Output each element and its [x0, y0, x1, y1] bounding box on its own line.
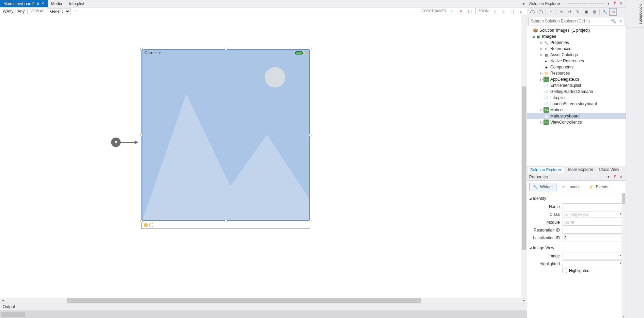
tree-item[interactable]: 📄Entitlements.plist [527, 82, 626, 89]
doc-tab-info-plist[interactable]: Info.plist [65, 0, 88, 7]
search-dropdown-icon[interactable]: ▾ [618, 19, 624, 23]
tree-item[interactable]: ▷▪▪References [527, 46, 626, 52]
tab-label: Main.storyboard* [3, 1, 34, 6]
size-class-label[interactable]: WAny HAny [3, 9, 25, 14]
tree-item[interactable]: 📄LaunchScreen.storyboard [527, 101, 626, 107]
tree-item[interactable]: 📄Main.storyboard [527, 113, 626, 119]
tree-solution-root[interactable]: 📦 Solution 'Images' (1 project) [527, 27, 626, 33]
doc-tab-main-storyboard[interactable]: Main.storyboard* ⊕ ✕ [0, 0, 48, 7]
tree-item[interactable]: ▷📁Resources [527, 70, 626, 76]
back-icon[interactable]: ◯ [528, 8, 536, 16]
expand-icon[interactable]: ▷ [539, 71, 543, 75]
view-controller-scene[interactable]: Carrier ᯤ ⚡ [141, 49, 310, 229]
panel-pin-icon[interactable]: 📍 [612, 1, 617, 6]
image-dropdown[interactable] [563, 253, 623, 259]
output-panel-header[interactable]: Output [0, 303, 527, 311]
group-header-identity[interactable]: ◢Identity [528, 195, 623, 202]
sync-icon[interactable]: ⟲ [558, 8, 565, 16]
prop-row-module: Module [528, 219, 623, 226]
cs-icon: C# [543, 107, 549, 113]
solution-explorer-header[interactable]: Solution Explorer ▾ 📍 ✕ [527, 0, 626, 7]
properties-body: 🔧Widget ▭Layout ⚡Events ◢Identity Name C… [527, 181, 626, 318]
tree-project[interactable]: ◢ ▣ Images [527, 33, 626, 39]
forward-icon[interactable]: ◯ [537, 8, 544, 16]
constraint-add-icon[interactable]: ＋ [449, 8, 455, 14]
folder-icon: 📁 [543, 70, 549, 76]
solution-explorer-search[interactable]: 🔍 ▾ [528, 17, 624, 25]
properties-scroll[interactable]: ◢Identity Name Class ▾ Module [527, 193, 626, 318]
search-icon[interactable]: 🔍 [609, 19, 618, 23]
expand-icon[interactable]: ▷ [539, 108, 543, 112]
search-input[interactable] [529, 18, 609, 24]
prop-row-localization-id: Localization ID [528, 235, 623, 241]
prop-row-name: Name [528, 203, 623, 210]
prop-tab-events[interactable]: ⚡Events [585, 183, 612, 191]
group-header-image-view[interactable]: ◢Image View [528, 244, 623, 252]
tree-item[interactable]: ▷C#AppDelegate.cs [527, 76, 626, 82]
zoom-fit-icon[interactable]: ⌕ [491, 8, 497, 14]
tab-class-view[interactable]: Class View [596, 166, 622, 173]
initial-view-controller-indicator[interactable]: ⚑ [111, 138, 138, 147]
restoration-id-input[interactable] [563, 227, 623, 234]
properties-icon[interactable]: 🔧 [601, 8, 609, 16]
collapse-all-icon[interactable]: ▣ [582, 8, 590, 16]
highlighted-checkbox[interactable] [563, 269, 567, 273]
tree-item[interactable]: ◈Components [527, 64, 626, 70]
zoom-in-icon[interactable]: ⌕ [518, 8, 524, 14]
tree-item[interactable]: ▷▤Asset Catalogs [527, 52, 626, 58]
name-input[interactable] [563, 203, 623, 210]
tree-item[interactable]: 📄GettingStarted.Xamarin [527, 89, 626, 95]
zoom-100-icon[interactable]: ▢ [509, 8, 515, 14]
module-input[interactable] [563, 219, 623, 226]
properties-vertical-scrollbar[interactable]: ▾ [622, 193, 626, 318]
pin-icon[interactable]: ⊕ [36, 2, 39, 5]
preview-icon[interactable]: ▭ [609, 8, 617, 16]
constraint-remove-icon[interactable]: ✕ [458, 8, 464, 14]
panel-dropdown-icon[interactable]: ▾ [606, 174, 611, 180]
view-controller-icon[interactable] [144, 223, 148, 227]
solution-tree[interactable]: 📦 Solution 'Images' (1 project) ◢ ▣ Imag… [527, 26, 626, 166]
tree-item[interactable]: ▷C#ViewController.cs [527, 119, 626, 125]
expand-icon[interactable]: ▷ [539, 53, 543, 57]
expand-icon[interactable]: ▷ [539, 47, 543, 50]
prop-tab-widget[interactable]: 🔧Widget [529, 183, 556, 191]
tree-item[interactable]: ▪▪Native References [527, 58, 626, 64]
lightning-icon: ⚡ [588, 185, 594, 189]
panel-close-icon[interactable]: ✕ [618, 1, 624, 6]
tab-team-explorer[interactable]: Team Explorer [564, 166, 596, 173]
notifications-tab[interactable]: Notifications [626, 0, 644, 28]
localization-id-input[interactable] [563, 235, 623, 241]
home-icon[interactable]: ⌂ [547, 8, 555, 16]
canvas-horizontal-scrollbar[interactable]: ◂ ▸ [0, 298, 527, 303]
uiimageview-selected[interactable]: Carrier ᯤ ⚡ [142, 49, 310, 221]
expand-icon[interactable]: ▷ [539, 121, 543, 124]
constraint-frame-icon[interactable]: ▢ [466, 8, 473, 14]
close-icon[interactable]: ✕ [41, 1, 44, 6]
expand-icon[interactable]: ▷ [539, 41, 543, 44]
tree-item[interactable]: ▷🔧Properties [527, 39, 626, 46]
properties-header[interactable]: Properties ▾ 📍 ✕ [527, 173, 626, 181]
tab-solution-explorer[interactable]: Solution Explorer [527, 166, 564, 173]
prop-tab-layout[interactable]: ▭Layout [558, 183, 583, 191]
tab-overflow-dropdown[interactable]: ▾ [521, 0, 527, 7]
refresh-icon[interactable]: ↻ [574, 8, 582, 16]
zoom-out-icon[interactable]: ⌕ [500, 8, 506, 14]
highlighted-dropdown[interactable] [563, 260, 623, 267]
storyboard-canvas[interactable]: ⚑ Carrier ᯤ ⚡ [0, 15, 527, 303]
panel-pin-icon[interactable]: 📍 [612, 174, 617, 180]
solution-explorer-toolbar: ◯ ◯ ⌂ ⟲ ↺ ↻ ▣ ▤ 🔧 ▭ [527, 7, 626, 16]
panel-dropdown-icon[interactable]: ▾ [606, 1, 611, 6]
flag-icon: ⚑ [111, 138, 121, 147]
show-all-files-icon[interactable]: ▤ [591, 8, 598, 16]
canvas-vertical-scrollbar[interactable] [521, 15, 527, 298]
panel-close-icon[interactable]: ✕ [618, 174, 624, 180]
view-as-dropdown[interactable]: Generic [47, 8, 71, 14]
tree-item[interactable]: ▷C#Main.cs [527, 107, 626, 113]
doc-tab-media[interactable]: Media [48, 0, 66, 7]
class-input[interactable] [563, 211, 623, 218]
tree-item[interactable]: 📄Info.plist [527, 95, 626, 101]
orientation-toggle[interactable]: ▭ [73, 8, 79, 14]
first-responder-icon[interactable] [149, 223, 153, 227]
pending-changes-icon[interactable]: ↺ [566, 8, 573, 16]
expand-icon[interactable]: ▷ [539, 78, 543, 81]
